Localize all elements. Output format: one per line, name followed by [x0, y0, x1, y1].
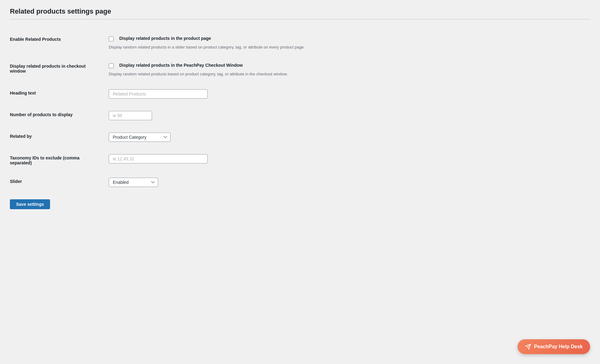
control-number-products [109, 111, 590, 120]
label-checkout-window: Display related products in checkout win… [10, 62, 109, 74]
control-slider: Enabled Disabled [109, 178, 590, 187]
page-container: Related products settings page Enable Re… [0, 0, 600, 217]
label-enable-related-products: Enable Related Products [10, 36, 109, 42]
row-slider: Slider Enabled Disabled [10, 171, 590, 193]
send-icon [525, 344, 531, 350]
control-related-by: Product Category Product Tag Product Att… [109, 133, 590, 142]
number-products-input[interactable] [109, 111, 152, 120]
divider [10, 19, 590, 19]
checkbox-label-enable-product-page[interactable]: Display related products in the product … [119, 36, 211, 42]
control-taxonomy-ids [109, 154, 590, 163]
checkbox-label-checkout-window[interactable]: Display related products in the PeachPay… [119, 62, 243, 69]
taxonomy-ids-input[interactable] [109, 154, 208, 163]
description-enable-product-page: Display random related products in a sli… [109, 44, 590, 50]
label-related-by: Related by [10, 133, 109, 139]
peachpay-help-label: PeachPay Help Desk [534, 344, 583, 349]
related-by-select[interactable]: Product Category Product Tag Product Att… [109, 133, 171, 142]
control-heading-text [109, 89, 590, 99]
description-checkout-window: Display random related products based on… [109, 71, 590, 77]
control-enable-related-products: Display related products in the product … [109, 36, 590, 50]
row-related-by: Related by Product Category Product Tag … [10, 126, 590, 148]
checkbox-row-enable: Display related products in the product … [109, 36, 590, 42]
row-enable-related-products: Enable Related Products Display related … [10, 29, 590, 56]
label-taxonomy-ids: Taxonomy IDs to exclude (comma separated… [10, 154, 109, 165]
row-taxonomy-ids: Taxonomy IDs to exclude (comma separated… [10, 148, 590, 171]
row-heading-text: Heading text [10, 83, 590, 105]
row-checkout-window: Display related products in checkout win… [10, 56, 590, 83]
checkbox-row-checkout: Display related products in the PeachPay… [109, 62, 590, 69]
slider-select[interactable]: Enabled Disabled [109, 178, 158, 187]
control-checkout-window: Display related products in the PeachPay… [109, 62, 590, 77]
peachpay-help-button[interactable]: PeachPay Help Desk [518, 339, 590, 354]
label-slider: Slider [10, 178, 109, 184]
row-number-products: Number of products to display [10, 105, 590, 126]
page-title: Related products settings page [10, 7, 590, 15]
save-settings-button[interactable]: Save settings [10, 199, 50, 209]
heading-text-input[interactable] [109, 89, 208, 99]
label-number-products: Number of products to display [10, 111, 109, 117]
checkbox-enable-checkout-window[interactable] [109, 63, 114, 68]
checkbox-enable-product-page[interactable] [109, 36, 114, 41]
label-heading-text: Heading text [10, 89, 109, 95]
